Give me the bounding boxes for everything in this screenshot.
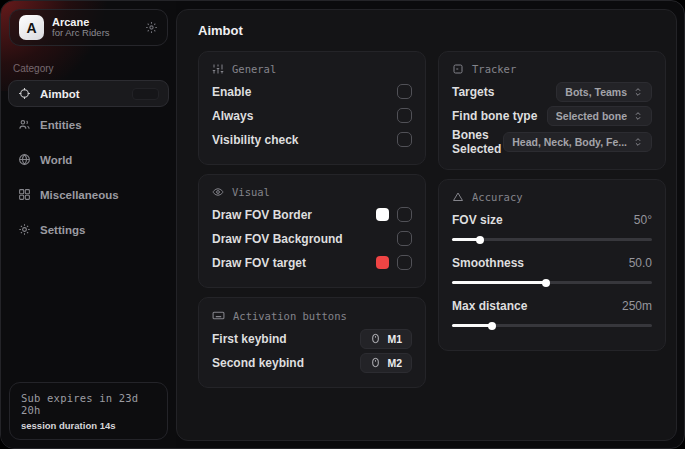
setting-label: Find bone type (452, 109, 537, 123)
mouse-icon (370, 333, 381, 344)
tracker-card-header: Tracker (452, 63, 652, 75)
fov-background-checkbox[interactable] (397, 231, 412, 246)
bones-selected-select[interactable]: Head, Neck, Body, Fe... (503, 132, 652, 152)
select-value: Head, Neck, Body, Fe... (512, 136, 627, 148)
general-card-header: General (212, 63, 412, 75)
setting-label: Smoothness (452, 256, 524, 270)
accuracy-card-header: Accuracy (452, 191, 652, 203)
crosshair-icon (18, 87, 31, 100)
active-item-badge (132, 88, 159, 100)
left-column: General Enable Always Visibility check (198, 51, 426, 388)
entities-icon (18, 118, 31, 131)
app-logo-card: A Arcane for Arc Riders (9, 9, 168, 46)
eye-icon (212, 186, 224, 198)
slider-handle[interactable] (488, 322, 496, 330)
accuracy-card: Accuracy FOV size 50° (438, 179, 666, 351)
slider-fill (452, 238, 480, 241)
setting-row: Enable (212, 80, 412, 103)
setting-row: Find bone type Selected bone (452, 104, 652, 127)
setting-label: Max distance (452, 299, 527, 313)
tracker-icon (452, 63, 464, 75)
bone-type-select[interactable]: Selected bone (547, 106, 652, 126)
slider-handle[interactable] (542, 279, 550, 287)
fov-border-checkbox[interactable] (397, 207, 412, 222)
slider-fill (452, 281, 546, 284)
sliders-icon (212, 63, 224, 75)
setting-label: Targets (452, 85, 494, 99)
card-title: Tracker (472, 63, 516, 75)
setting-label: Second keybind (212, 356, 304, 370)
chevrons-up-down-icon (633, 111, 643, 121)
app-subtitle: for Arc Riders (52, 28, 137, 39)
gear-icon (18, 223, 31, 236)
max-distance-slider[interactable] (452, 324, 652, 327)
first-keybind-button[interactable]: M1 (360, 329, 412, 349)
gear-icon[interactable] (145, 21, 158, 34)
setting-value: 250m (622, 299, 652, 313)
setting-row: First keybind M1 (212, 327, 412, 350)
slider-fill (452, 324, 492, 327)
sidebar-item-miscellaneous[interactable]: Miscellaneous (8, 181, 169, 208)
smoothness-setting: Smoothness 50.0 (452, 251, 652, 284)
keyboard-icon (212, 309, 225, 322)
always-checkbox[interactable] (397, 108, 412, 123)
setting-row: Draw FOV Background (212, 227, 412, 250)
slider-handle[interactable] (476, 236, 484, 244)
setting-label: Draw FOV Background (212, 232, 343, 246)
app-title-block: Arcane for Arc Riders (52, 16, 137, 40)
sidebar-item-label: Settings (40, 224, 85, 236)
sub-expires-text: Sub expires in 23d 20h (21, 392, 156, 416)
card-title: Activation buttons (233, 310, 347, 322)
second-keybind-button[interactable]: M2 (360, 353, 412, 373)
fov-size-setting: FOV size 50° (452, 208, 652, 241)
setting-label: Always (212, 109, 253, 123)
setting-row: Targets Bots, Teams (452, 80, 652, 103)
setting-label: Bones Selected (452, 128, 503, 156)
fov-size-slider[interactable] (452, 238, 652, 241)
session-duration-text: session duration 14s (21, 420, 156, 431)
tracker-card: Tracker Targets Bots, Teams (438, 51, 666, 170)
select-value: Selected bone (556, 110, 627, 122)
setting-row: Visibility check (212, 128, 412, 151)
max-distance-setting: Max distance 250m (452, 294, 652, 327)
select-value: Bots, Teams (565, 86, 627, 98)
activation-card-header: Activation buttons (212, 309, 412, 322)
fov-target-color-swatch[interactable] (376, 256, 389, 269)
subscription-info: Sub expires in 23d 20h session duration … (9, 382, 168, 440)
globe-icon (18, 153, 31, 166)
smoothness-slider[interactable] (452, 281, 652, 284)
setting-value: 50° (634, 213, 652, 227)
card-title: Accuracy (472, 191, 523, 203)
triangle-icon (452, 191, 464, 203)
visual-card-header: Visual (212, 186, 412, 198)
sidebar-item-world[interactable]: World (8, 146, 169, 173)
main-panel: Aimbot General (176, 9, 677, 441)
setting-label: Draw FOV target (212, 256, 306, 270)
sidebar: A Arcane for Arc Riders Category (1, 1, 176, 448)
sidebar-nav: Aimbot Entities World (1, 80, 176, 247)
setting-label: First keybind (212, 332, 287, 346)
chevrons-up-down-icon (633, 137, 643, 147)
sidebar-item-label: World (40, 154, 72, 166)
setting-label: Draw FOV Border (212, 208, 312, 222)
mouse-icon (370, 357, 381, 368)
sidebar-item-label: Miscellaneous (40, 189, 119, 201)
targets-select[interactable]: Bots, Teams (556, 82, 652, 102)
sidebar-item-label: Entities (40, 119, 82, 131)
card-title: Visual (232, 186, 270, 198)
enable-checkbox[interactable] (397, 84, 412, 99)
sidebar-item-settings[interactable]: Settings (8, 216, 169, 243)
category-label: Category (13, 63, 176, 74)
general-card: General Enable Always Visibility check (198, 51, 426, 165)
visual-card: Visual Draw FOV Border Draw FOV Backgrou… (198, 174, 426, 288)
visibility-check-checkbox[interactable] (397, 132, 412, 147)
fov-target-checkbox[interactable] (397, 255, 412, 270)
app-window: A Arcane for Arc Riders Category (0, 0, 685, 449)
card-title: General (232, 63, 276, 75)
fov-border-color-swatch[interactable] (376, 208, 389, 221)
sidebar-item-entities[interactable]: Entities (8, 111, 169, 138)
right-column: Tracker Targets Bots, Teams (438, 51, 666, 388)
setting-row: Draw FOV Border (212, 203, 412, 226)
sidebar-item-aimbot[interactable]: Aimbot (8, 80, 169, 107)
page-title: Aimbot (198, 23, 666, 38)
